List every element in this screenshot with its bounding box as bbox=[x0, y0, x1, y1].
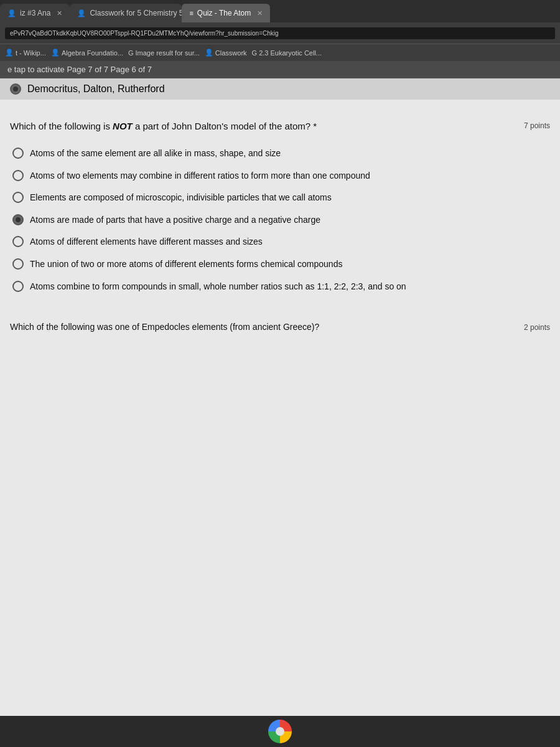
option-6-radio[interactable] bbox=[12, 258, 24, 270]
tab-ana-close[interactable]: ✕ bbox=[57, 9, 62, 17]
tab-classwork[interactable]: 👤 Classwork for 5 Chemistry 5 ✕ bbox=[70, 4, 182, 22]
url-text: ePvR7vQaBdOTkdkKqbUQV8RO00PTsppl-RQ1FDu2… bbox=[10, 30, 279, 37]
tab-ana-label: iz #3 Ana bbox=[20, 9, 50, 17]
spacer1 bbox=[0, 105, 560, 112]
bookmark-eukaryotic-label: 2.3 Eukaryotic Cell... bbox=[259, 49, 322, 57]
bookmark-eukaryotic-icon: G bbox=[252, 49, 258, 57]
tab-quiz[interactable]: ≡ Quiz - The Atom ✕ bbox=[182, 4, 270, 22]
tab-bar: 👤 iz #3 Ana ✕ 👤 Classwork for 5 Chemistr… bbox=[0, 0, 560, 22]
not-word: NOT bbox=[113, 121, 133, 131]
option-row-4[interactable]: Atoms are made of parts that have a posi… bbox=[10, 209, 550, 232]
next-question-text: Which of the following was one of Empedo… bbox=[10, 322, 319, 332]
bookmark-classwork-label: Classwork bbox=[215, 49, 247, 57]
previous-answer-radio bbox=[10, 83, 21, 95]
option-7-text: Atoms combine to form compounds in small… bbox=[30, 281, 406, 293]
tab-classwork-label: Classwork for 5 Chemistry 5 bbox=[90, 9, 182, 17]
bookmark-classwork[interactable]: 👤 Classwork bbox=[205, 49, 247, 57]
option-2-radio[interactable] bbox=[12, 170, 24, 181]
bookmark-eukaryotic[interactable]: G 2.3 Eukaryotic Cell... bbox=[252, 49, 322, 57]
address-bar: ePvR7vQaBdOTkdkKqbUQV8RO00PTsppl-RQ1FDu2… bbox=[0, 22, 560, 44]
option-1-radio[interactable] bbox=[12, 148, 24, 159]
option-3-radio[interactable] bbox=[12, 192, 24, 203]
option-row-3[interactable]: Elements are composed of microscopic, in… bbox=[10, 187, 550, 209]
bookmark-classwork-icon: 👤 bbox=[205, 49, 213, 57]
bookmark-wikip-label: t - Wikip... bbox=[16, 49, 46, 57]
previous-answer-row: Democritus, Dalton, Rutherford bbox=[0, 78, 560, 100]
option-5-text: Atoms of different elements have differe… bbox=[30, 236, 263, 248]
option-7-radio[interactable] bbox=[12, 281, 24, 292]
option-4-text: Atoms are made of parts that have a posi… bbox=[30, 214, 320, 227]
option-row-5[interactable]: Atoms of different elements have differe… bbox=[10, 231, 550, 253]
bookmark-image-icon: G bbox=[128, 49, 134, 57]
tab-classwork-icon: 👤 bbox=[77, 9, 86, 17]
tab-quiz-close[interactable]: ✕ bbox=[257, 9, 263, 17]
option-5-radio[interactable] bbox=[12, 236, 24, 247]
tab-quiz-label: Quiz - The Atom bbox=[197, 9, 251, 17]
page-indicator-text: e tap to activate Page 7 of 7 Page 6 of … bbox=[7, 65, 152, 74]
question-header: 7 points Which of the following is NOT a… bbox=[10, 120, 550, 133]
bookmark-image-label: Image result for sur... bbox=[136, 49, 200, 57]
chrome-icon bbox=[268, 720, 292, 743]
url-input[interactable]: ePvR7vQaBdOTkdkKqbUQV8RO00PTsppl-RQ1FDu2… bbox=[5, 27, 555, 39]
previous-answer-text: Democritus, Dalton, Rutherford bbox=[27, 83, 165, 95]
bookmark-wikip[interactable]: 👤 t - Wikip... bbox=[5, 49, 46, 57]
option-4-radio[interactable] bbox=[12, 214, 24, 225]
chrome-footer bbox=[0, 716, 560, 747]
tab-ana[interactable]: 👤 iz #3 Ana ✕ bbox=[0, 4, 70, 22]
bookmark-image[interactable]: G Image result for sur... bbox=[128, 49, 200, 57]
bookmark-wikip-icon: 👤 bbox=[5, 49, 14, 57]
tab-quiz-icon: ≡ bbox=[189, 9, 193, 17]
question-points: 7 points bbox=[524, 121, 550, 131]
spacer2 bbox=[0, 303, 560, 315]
bookmark-algebra-icon: 👤 bbox=[51, 49, 60, 57]
bookmarks-bar: 👤 t - Wikip... 👤 Algebra Foundatio... G … bbox=[0, 44, 560, 61]
bookmark-algebra-label: Algebra Foundatio... bbox=[62, 49, 123, 57]
next-question-points: 2 points bbox=[524, 322, 550, 333]
option-3-text: Elements are composed of microscopic, in… bbox=[30, 192, 332, 204]
next-question-section: 2 points Which of the following was one … bbox=[0, 315, 560, 340]
bookmark-algebra[interactable]: 👤 Algebra Foundatio... bbox=[51, 49, 123, 57]
option-row-2[interactable]: Atoms of two elements may combine in dif… bbox=[10, 165, 550, 187]
page-indicator-bar: e tap to activate Page 7 of 7 Page 6 of … bbox=[0, 61, 560, 78]
option-row-7[interactable]: Atoms combine to form compounds in small… bbox=[10, 276, 550, 298]
page-content: Democritus, Dalton, Rutherford 7 points … bbox=[0, 78, 560, 746]
question-section: 7 points Which of the following is NOT a… bbox=[0, 112, 560, 303]
tab-ana-icon: 👤 bbox=[7, 9, 16, 17]
option-6-text: The union of two or more atoms of differ… bbox=[30, 258, 342, 271]
option-row-1[interactable]: Atoms of the same element are all alike … bbox=[10, 143, 550, 165]
option-row-6[interactable]: The union of two or more atoms of differ… bbox=[10, 253, 550, 276]
option-1-text: Atoms of the same element are all alike … bbox=[30, 148, 281, 160]
option-2-text: Atoms of two elements may combine in dif… bbox=[30, 170, 370, 182]
